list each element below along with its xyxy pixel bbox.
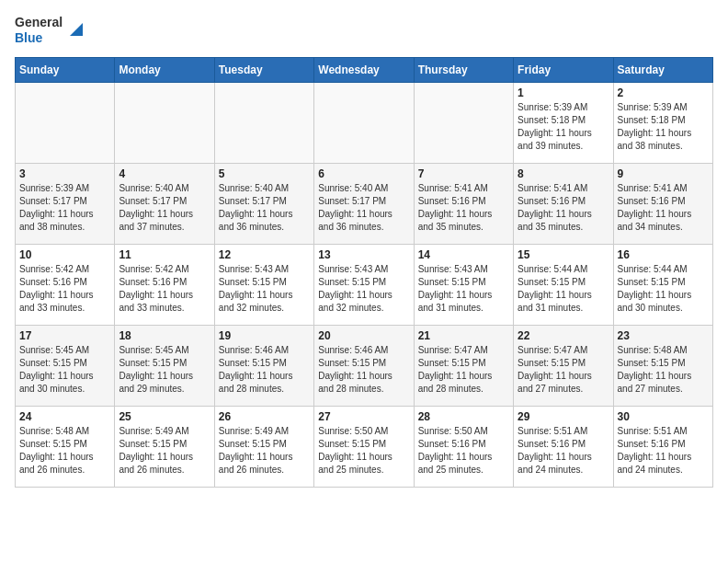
- day-info: Sunrise: 5:39 AMSunset: 5:18 PMDaylight:…: [518, 101, 609, 153]
- calendar-cell: 14Sunrise: 5:43 AMSunset: 5:15 PMDayligh…: [414, 244, 513, 325]
- calendar-cell: 4Sunrise: 5:40 AMSunset: 5:17 PMDaylight…: [115, 163, 214, 244]
- calendar-cell: [115, 82, 214, 163]
- day-number: 12: [219, 248, 310, 261]
- weekday-header-monday: Monday: [115, 57, 214, 82]
- calendar-cell: [16, 82, 115, 163]
- calendar-cell: 28Sunrise: 5:50 AMSunset: 5:16 PMDayligh…: [414, 406, 513, 487]
- calendar-cell: 23Sunrise: 5:48 AMSunset: 5:15 PMDayligh…: [613, 325, 712, 406]
- day-number: 8: [518, 167, 609, 180]
- calendar-cell: [214, 82, 313, 163]
- calendar-cell: 19Sunrise: 5:46 AMSunset: 5:15 PMDayligh…: [214, 325, 313, 406]
- day-info: Sunrise: 5:41 AMSunset: 5:16 PMDaylight:…: [418, 182, 509, 234]
- day-info: Sunrise: 5:42 AMSunset: 5:16 PMDaylight:…: [19, 263, 110, 315]
- day-number: 4: [119, 167, 210, 180]
- weekday-header-wednesday: Wednesday: [314, 57, 414, 82]
- calendar-cell: 20Sunrise: 5:46 AMSunset: 5:15 PMDayligh…: [314, 325, 414, 406]
- calendar-cell: 15Sunrise: 5:44 AMSunset: 5:15 PMDayligh…: [514, 244, 613, 325]
- day-number: 7: [418, 167, 509, 180]
- day-info: Sunrise: 5:48 AMSunset: 5:15 PMDaylight:…: [19, 425, 110, 477]
- calendar-cell: 2Sunrise: 5:39 AMSunset: 5:18 PMDaylight…: [613, 82, 712, 163]
- day-number: 28: [418, 410, 509, 423]
- calendar-cell: 1Sunrise: 5:39 AMSunset: 5:18 PMDaylight…: [514, 82, 613, 163]
- day-number: 2: [618, 86, 709, 99]
- calendar-cell: 7Sunrise: 5:41 AMSunset: 5:16 PMDaylight…: [414, 163, 513, 244]
- day-info: Sunrise: 5:49 AMSunset: 5:15 PMDaylight:…: [119, 425, 210, 477]
- svg-marker-0: [70, 23, 83, 36]
- day-number: 26: [219, 410, 310, 423]
- calendar-cell: 8Sunrise: 5:41 AMSunset: 5:16 PMDaylight…: [514, 163, 613, 244]
- day-info: Sunrise: 5:42 AMSunset: 5:16 PMDaylight:…: [119, 263, 210, 315]
- calendar-week-2: 3Sunrise: 5:39 AMSunset: 5:17 PMDaylight…: [16, 163, 713, 244]
- day-info: Sunrise: 5:43 AMSunset: 5:15 PMDaylight:…: [418, 263, 509, 315]
- day-info: Sunrise: 5:51 AMSunset: 5:16 PMDaylight:…: [618, 425, 709, 477]
- logo-general: General: [15, 15, 63, 30]
- day-info: Sunrise: 5:40 AMSunset: 5:17 PMDaylight:…: [119, 182, 210, 234]
- day-number: 27: [318, 410, 409, 423]
- calendar-week-1: 1Sunrise: 5:39 AMSunset: 5:18 PMDaylight…: [16, 82, 713, 163]
- calendar-cell: 22Sunrise: 5:47 AMSunset: 5:15 PMDayligh…: [514, 325, 613, 406]
- calendar-header-row: SundayMondayTuesdayWednesdayThursdayFrid…: [16, 57, 713, 82]
- page-header: General Blue: [15, 15, 713, 46]
- calendar-cell: 17Sunrise: 5:45 AMSunset: 5:15 PMDayligh…: [16, 325, 115, 406]
- day-number: 17: [19, 329, 110, 342]
- day-number: 1: [518, 86, 609, 99]
- day-number: 30: [618, 410, 709, 423]
- day-number: 29: [518, 410, 609, 423]
- day-number: 20: [318, 329, 409, 342]
- day-number: 19: [219, 329, 310, 342]
- calendar-cell: [414, 82, 513, 163]
- day-number: 10: [19, 248, 110, 261]
- calendar-cell: 27Sunrise: 5:50 AMSunset: 5:15 PMDayligh…: [314, 406, 414, 487]
- weekday-header-tuesday: Tuesday: [214, 57, 313, 82]
- day-number: 21: [418, 329, 509, 342]
- day-info: Sunrise: 5:47 AMSunset: 5:15 PMDaylight:…: [518, 344, 609, 396]
- day-info: Sunrise: 5:51 AMSunset: 5:16 PMDaylight:…: [518, 425, 609, 477]
- day-number: 3: [19, 167, 110, 180]
- day-info: Sunrise: 5:43 AMSunset: 5:15 PMDaylight:…: [318, 263, 409, 315]
- day-number: 13: [318, 248, 409, 261]
- day-info: Sunrise: 5:40 AMSunset: 5:17 PMDaylight:…: [318, 182, 409, 234]
- day-number: 14: [418, 248, 509, 261]
- calendar-cell: 13Sunrise: 5:43 AMSunset: 5:15 PMDayligh…: [314, 244, 414, 325]
- day-info: Sunrise: 5:44 AMSunset: 5:15 PMDaylight:…: [618, 263, 709, 315]
- calendar-cell: 10Sunrise: 5:42 AMSunset: 5:16 PMDayligh…: [16, 244, 115, 325]
- day-info: Sunrise: 5:45 AMSunset: 5:15 PMDaylight:…: [19, 344, 110, 396]
- day-info: Sunrise: 5:45 AMSunset: 5:15 PMDaylight:…: [119, 344, 210, 396]
- weekday-header-friday: Friday: [514, 57, 613, 82]
- day-info: Sunrise: 5:50 AMSunset: 5:16 PMDaylight:…: [418, 425, 509, 477]
- day-info: Sunrise: 5:46 AMSunset: 5:15 PMDaylight:…: [318, 344, 409, 396]
- day-number: 24: [19, 410, 110, 423]
- calendar-cell: 3Sunrise: 5:39 AMSunset: 5:17 PMDaylight…: [16, 163, 115, 244]
- day-info: Sunrise: 5:49 AMSunset: 5:15 PMDaylight:…: [219, 425, 310, 477]
- day-number: 23: [618, 329, 709, 342]
- weekday-header-saturday: Saturday: [613, 57, 712, 82]
- day-info: Sunrise: 5:39 AMSunset: 5:18 PMDaylight:…: [618, 101, 709, 153]
- day-info: Sunrise: 5:46 AMSunset: 5:15 PMDaylight:…: [219, 344, 310, 396]
- calendar-cell: 18Sunrise: 5:45 AMSunset: 5:15 PMDayligh…: [115, 325, 214, 406]
- calendar-cell: 21Sunrise: 5:47 AMSunset: 5:15 PMDayligh…: [414, 325, 513, 406]
- day-number: 5: [219, 167, 310, 180]
- day-info: Sunrise: 5:39 AMSunset: 5:17 PMDaylight:…: [19, 182, 110, 234]
- calendar-week-5: 24Sunrise: 5:48 AMSunset: 5:15 PMDayligh…: [16, 406, 713, 487]
- calendar-cell: 5Sunrise: 5:40 AMSunset: 5:17 PMDaylight…: [214, 163, 313, 244]
- day-info: Sunrise: 5:50 AMSunset: 5:15 PMDaylight:…: [318, 425, 409, 477]
- logo-blue: Blue: [15, 30, 63, 46]
- calendar-cell: 29Sunrise: 5:51 AMSunset: 5:16 PMDayligh…: [514, 406, 613, 487]
- day-number: 22: [518, 329, 609, 342]
- calendar-cell: 24Sunrise: 5:48 AMSunset: 5:15 PMDayligh…: [16, 406, 115, 487]
- day-info: Sunrise: 5:41 AMSunset: 5:16 PMDaylight:…: [618, 182, 709, 234]
- logo: General Blue: [15, 15, 83, 46]
- calendar-week-4: 17Sunrise: 5:45 AMSunset: 5:15 PMDayligh…: [16, 325, 713, 406]
- weekday-header-sunday: Sunday: [16, 57, 115, 82]
- day-number: 6: [318, 167, 409, 180]
- day-info: Sunrise: 5:47 AMSunset: 5:15 PMDaylight:…: [418, 344, 509, 396]
- calendar-cell: 12Sunrise: 5:43 AMSunset: 5:15 PMDayligh…: [214, 244, 313, 325]
- calendar-cell: 25Sunrise: 5:49 AMSunset: 5:15 PMDayligh…: [115, 406, 214, 487]
- day-info: Sunrise: 5:48 AMSunset: 5:15 PMDaylight:…: [618, 344, 709, 396]
- day-number: 9: [618, 167, 709, 180]
- day-info: Sunrise: 5:41 AMSunset: 5:16 PMDaylight:…: [518, 182, 609, 234]
- calendar-cell: 11Sunrise: 5:42 AMSunset: 5:16 PMDayligh…: [115, 244, 214, 325]
- day-info: Sunrise: 5:43 AMSunset: 5:15 PMDaylight:…: [219, 263, 310, 315]
- calendar-cell: [314, 82, 414, 163]
- day-info: Sunrise: 5:44 AMSunset: 5:15 PMDaylight:…: [518, 263, 609, 315]
